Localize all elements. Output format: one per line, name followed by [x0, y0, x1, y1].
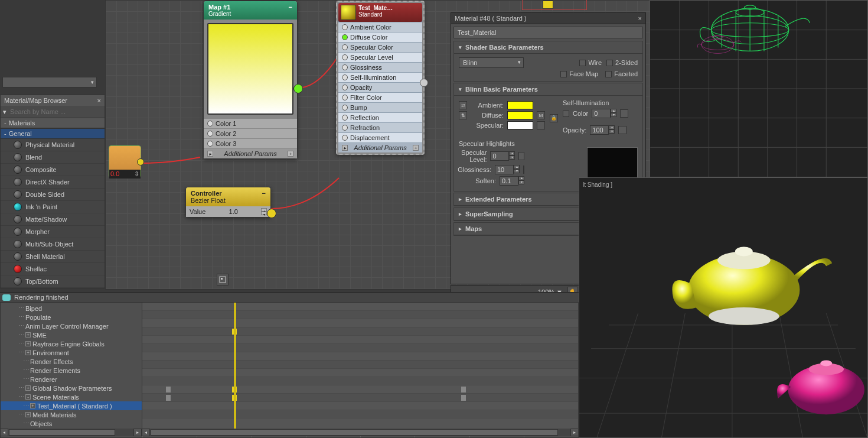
tree-item[interactable]: ⋯Objects	[1, 419, 142, 428]
opacity-spinner[interactable]: ▴▾	[590, 125, 615, 135]
material-item[interactable]: Morpher	[1, 226, 105, 238]
additional-params-row[interactable]: ▸ Additional Params +	[338, 142, 422, 153]
track-row[interactable]	[142, 402, 578, 410]
node-input-row[interactable]: Color 2	[204, 128, 297, 138]
input-port[interactable]	[342, 85, 348, 90]
track-row[interactable]	[142, 319, 578, 327]
node-input-row[interactable]: Specular Color	[338, 42, 422, 52]
link-icon[interactable]: ⇅	[459, 111, 467, 119]
expand-icon[interactable]: +	[25, 332, 31, 338]
tree-hscroll[interactable]: ◂ ▸	[0, 429, 142, 436]
input-port[interactable]	[342, 135, 348, 141]
rollout-head-blinn[interactable]: ▾Blinn Basic Parameters	[454, 83, 642, 96]
node-input-row[interactable]: Ambient Color	[338, 22, 422, 32]
swap-icon[interactable]: ⇄	[459, 101, 467, 109]
tree-item[interactable]: ⋯+Test_Material ( Standard )	[1, 401, 142, 410]
rollout-head-shader[interactable]: ▾Shader Basic Parameters	[454, 41, 642, 54]
float-node[interactable]: 0.0 ⇳	[109, 145, 141, 178]
keyframe[interactable]	[461, 387, 466, 392]
material-node-header[interactable]: Test_Mate… Standard	[338, 3, 422, 22]
shader-type-dropdown[interactable]: Blinn	[459, 57, 524, 68]
node-input-row[interactable]: Glossiness	[338, 62, 422, 72]
ambient-color[interactable]	[507, 101, 533, 109]
node-input-row[interactable]: Displacement	[338, 132, 422, 142]
material-item[interactable]: Double Sided	[1, 189, 105, 201]
material-item[interactable]: Ink 'n Paint	[1, 201, 105, 213]
track-row[interactable]	[142, 352, 578, 361]
node-input-row[interactable]: Color 3	[204, 138, 297, 148]
track-row[interactable]	[142, 410, 578, 418]
track-row[interactable]	[142, 361, 578, 369]
gloss-map-button[interactable]	[523, 166, 524, 174]
tracks-hscroll[interactable]: ◂ ▸	[142, 429, 579, 436]
soften-spinner[interactable]: ▴▾	[500, 176, 524, 186]
material-item[interactable]: Blend	[1, 151, 105, 164]
node-input-row[interactable]: Color 1	[204, 118, 297, 128]
track-row[interactable]	[142, 311, 578, 319]
track-row[interactable]	[142, 303, 578, 311]
faceted-checkbox[interactable]: Faceted	[605, 70, 638, 77]
node-input-row[interactable]: Bump	[338, 102, 422, 112]
opacity-map-button[interactable]	[618, 126, 626, 134]
close-icon[interactable]: ×	[638, 15, 642, 22]
tree-item[interactable]: ⋯-Scene Materials	[1, 392, 142, 401]
self-map-button[interactable]	[620, 109, 628, 118]
scroll-right-icon[interactable]: ▸	[133, 429, 142, 436]
tracks-area[interactable]: 010203040506070	[142, 303, 578, 437]
specular-map-button[interactable]	[537, 121, 545, 129]
material-item[interactable]: Matte/Shadow	[1, 213, 105, 226]
input-port[interactable]	[342, 44, 348, 50]
input-port[interactable]	[342, 105, 348, 111]
input-port[interactable]	[342, 54, 348, 60]
search-input[interactable]	[9, 107, 102, 116]
tree-item[interactable]: ⋯Renderer	[1, 375, 142, 384]
self-color-checkbox[interactable]	[563, 111, 569, 117]
scroll-right-icon[interactable]: ▸	[570, 429, 579, 436]
dropdown-icon[interactable]: ▾	[3, 108, 6, 116]
wire-checkbox[interactable]: Wire	[579, 59, 602, 66]
tree-item[interactable]: ⋯+SME	[1, 330, 142, 339]
expand-icon[interactable]: +	[25, 412, 31, 417]
track-row[interactable]	[142, 394, 578, 402]
track-tree[interactable]: ⋯Biped⋯Populate⋯Anim Layer Control Manag…	[1, 303, 142, 437]
input-port[interactable]	[342, 24, 348, 30]
tree-item[interactable]: ⋯+Raytrace Engine Globals	[1, 339, 142, 348]
specular-color[interactable]	[507, 121, 533, 129]
track-row[interactable]	[142, 327, 578, 336]
material-item[interactable]: Physical Material	[1, 139, 105, 151]
viewport-top-right[interactable]	[650, 0, 868, 177]
category-materials[interactable]: -Materials	[1, 118, 105, 128]
track-row[interactable]	[142, 369, 578, 377]
close-icon[interactable]: ×	[97, 97, 101, 104]
output-port[interactable]	[137, 158, 144, 166]
node-input-row[interactable]: Specular Level	[338, 52, 422, 62]
node-input-row[interactable]: Refraction	[338, 122, 422, 132]
material-node[interactable]: Test_Mate… Standard Ambient ColorDiffuse…	[336, 1, 425, 155]
controller-node[interactable]: Controller − Bezier Float Value 1.0 ▴▾	[185, 187, 271, 218]
keyframe[interactable]	[166, 387, 171, 392]
category-general[interactable]: -General	[1, 128, 105, 139]
output-port[interactable]	[293, 84, 303, 93]
input-port[interactable]	[342, 95, 348, 100]
keyframe[interactable]	[461, 395, 466, 401]
material-item[interactable]: Shell Material	[1, 251, 105, 263]
node-input-row[interactable]: Reflection	[338, 112, 422, 122]
diffuse-map-button[interactable]: M	[537, 111, 545, 119]
input-port[interactable]	[207, 141, 213, 147]
material-item[interactable]: Shellac	[1, 263, 105, 275]
node-input-row[interactable]: Self-Illumination	[338, 72, 422, 82]
facemap-checkbox[interactable]: Face Map	[560, 70, 598, 77]
view-dropdown[interactable]	[2, 77, 97, 87]
track-row[interactable]	[142, 344, 578, 352]
keyframe[interactable]	[166, 395, 171, 401]
node-input-row[interactable]: Opacity	[338, 82, 422, 92]
track-row[interactable]	[142, 377, 578, 385]
diffuse-color[interactable]	[507, 111, 533, 119]
input-port[interactable]	[207, 121, 213, 126]
param-title-bar[interactable]: Material #48 ( Standard ) ×	[451, 13, 645, 24]
viewport-bottom-right[interactable]: lt Shading ]	[579, 177, 868, 438]
tree-item[interactable]: ⋯Anim Layer Control Manager	[1, 322, 142, 330]
tree-item[interactable]: ⋯+Global Shadow Parameters	[1, 384, 142, 392]
map-node-header[interactable]: Map #1 − Gradient	[204, 1, 297, 20]
node-input-row[interactable]: Diffuse Color	[338, 32, 422, 42]
